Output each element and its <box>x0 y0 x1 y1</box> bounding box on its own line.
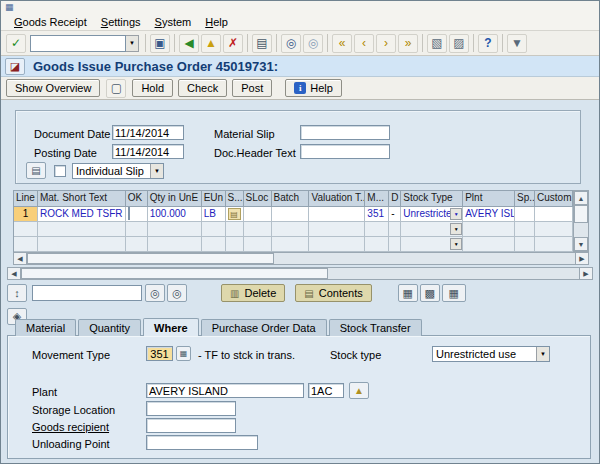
grid-export-icon[interactable]: ▩ <box>420 284 440 302</box>
plant-cell[interactable] <box>463 237 515 252</box>
valuation-type-cell[interactable] <box>309 237 365 252</box>
scroll-track[interactable] <box>27 253 575 264</box>
new-session-icon[interactable]: ▧ <box>427 34 447 53</box>
column-header-ok[interactable]: OK <box>126 191 148 207</box>
help-button[interactable]: i Help <box>285 79 342 97</box>
material-slip-input[interactable] <box>300 125 390 140</box>
contents-button[interactable]: ▤ Contents <box>295 284 371 302</box>
grid-layout-icon[interactable]: ▦ <box>442 284 466 302</box>
material-cell[interactable] <box>38 222 126 237</box>
line-number-cell[interactable]: 1 <box>14 207 38 222</box>
item-note-icon[interactable]: ▤ <box>228 208 241 220</box>
table-settings-icon[interactable]: ▦ <box>398 284 418 302</box>
d-cell[interactable]: - <box>389 207 401 222</box>
save-icon[interactable]: ▣ <box>150 34 170 53</box>
scroll-right-icon[interactable]: ▶ <box>575 253 588 264</box>
command-field[interactable] <box>30 35 126 52</box>
material-cell[interactable] <box>38 237 126 252</box>
column-header-valuation-type[interactable]: Valuation T... <box>309 191 365 207</box>
sort-filter-icon[interactable]: ↕ <box>7 284 27 302</box>
item-search-input[interactable] <box>32 285 142 301</box>
transaction-icon[interactable]: ◪ <box>5 58 25 75</box>
create-shortcut-icon[interactable]: ▨ <box>449 34 469 53</box>
tab-where[interactable]: Where <box>143 318 199 336</box>
cancel-icon[interactable]: ✗ <box>223 34 243 53</box>
movement-cell[interactable]: 351 <box>365 207 389 222</box>
s-cell[interactable]: ▤ <box>226 207 244 222</box>
back-icon[interactable]: ◀ <box>179 34 199 53</box>
plant-code-input[interactable] <box>308 383 344 398</box>
scroll-down-icon[interactable]: ▼ <box>574 237 588 251</box>
scroll-thumb[interactable] <box>574 205 588 223</box>
customer-cell[interactable] <box>535 222 573 237</box>
new-document-icon[interactable]: ▢ <box>106 79 126 98</box>
qty-cell[interactable]: 100.000 <box>148 207 202 222</box>
s-cell[interactable] <box>226 222 244 237</box>
movement-type-entries-icon[interactable]: ▦ <box>176 346 191 361</box>
menu-goods-receipt[interactable]: Goods Receipt <box>7 15 94 29</box>
unit-cell[interactable]: LB <box>202 207 226 222</box>
scroll-left-icon[interactable]: ◀ <box>8 268 21 279</box>
stock-type-select[interactable]: Unrestricted use ▼ <box>432 346 550 362</box>
column-header-customer[interactable]: Custom... <box>535 191 573 207</box>
column-header-movement[interactable]: M... <box>365 191 389 207</box>
post-button[interactable]: Post <box>232 79 272 97</box>
show-overview-button[interactable]: Show Overview <box>6 79 100 97</box>
column-header-eun[interactable]: EUn <box>202 191 226 207</box>
customer-cell[interactable] <box>535 207 573 222</box>
menu-system[interactable]: System <box>148 15 199 29</box>
unloading-point-input[interactable] <box>146 435 258 450</box>
overview-horizontal-scrollbar[interactable]: ◀ ▶ <box>7 267 593 280</box>
plant-input[interactable] <box>146 383 304 398</box>
previous-page-icon[interactable]: ‹ <box>354 34 374 53</box>
qty-cell[interactable] <box>148 222 202 237</box>
help-icon[interactable]: ? <box>478 34 498 53</box>
item-ok-checkbox[interactable] <box>128 207 130 220</box>
ok-cell[interactable] <box>126 237 148 252</box>
sp-cell[interactable] <box>515 207 535 222</box>
movement-cell[interactable] <box>365 222 389 237</box>
column-header-qty[interactable]: Qty in UnE <box>148 191 202 207</box>
ok-cell[interactable] <box>126 222 148 237</box>
plant-cell[interactable] <box>463 222 515 237</box>
d-cell[interactable] <box>389 237 401 252</box>
command-dropdown-icon[interactable]: ▼ <box>126 35 139 52</box>
find-next-icon[interactable]: ◎ <box>303 34 323 53</box>
posting-date-input[interactable] <box>112 144 184 159</box>
line-number-cell[interactable] <box>14 222 38 237</box>
column-header-line[interactable]: Line <box>14 191 38 207</box>
last-page-icon[interactable]: » <box>398 34 418 53</box>
scroll-thumb[interactable] <box>27 253 274 264</box>
stock-type-cell[interactable]: ▼ <box>401 237 463 252</box>
print-slip-checkbox[interactable] <box>54 165 66 177</box>
qty-cell[interactable] <box>148 237 202 252</box>
scroll-left-icon[interactable]: ◀ <box>14 253 27 264</box>
plant-cell[interactable]: AVERY ISLAND <box>463 207 515 222</box>
movement-type-input[interactable] <box>146 346 173 361</box>
enter-icon[interactable]: ✓ <box>6 34 26 53</box>
column-header-mat-short-text[interactable]: Mat. Short Text <box>38 191 126 207</box>
stock-type-cell[interactable]: ▼ <box>401 222 463 237</box>
tab-purchase-order-data[interactable]: Purchase Order Data <box>201 319 327 336</box>
first-page-icon[interactable]: « <box>332 34 352 53</box>
sloc-cell[interactable] <box>244 222 272 237</box>
document-date-input[interactable] <box>112 125 184 140</box>
table-vertical-scrollbar[interactable]: ▲ ▼ <box>573 190 589 252</box>
print-icon[interactable]: ▤ <box>252 34 272 53</box>
valuation-type-cell[interactable] <box>309 222 365 237</box>
print-slip-icon[interactable]: ▤ <box>26 162 46 179</box>
tab-material[interactable]: Material <box>15 319 76 336</box>
slip-type-dropdown-icon[interactable]: ▼ <box>150 164 163 178</box>
stock-type-dropdown-icon[interactable]: ▼ <box>450 208 462 220</box>
column-header-plant[interactable]: Plnt <box>463 191 515 207</box>
table-horizontal-scrollbar[interactable]: ◀ ▶ <box>13 252 589 265</box>
customize-layout-icon[interactable]: ▼ <box>507 34 527 53</box>
goods-recipient-input[interactable] <box>146 418 236 433</box>
storage-location-input[interactable] <box>146 401 236 416</box>
scroll-track[interactable] <box>21 268 579 279</box>
stock-type-cell[interactable]: Unrestricted use▼ <box>401 207 463 222</box>
unit-cell[interactable] <box>202 237 226 252</box>
menu-settings[interactable]: Settings <box>94 15 148 29</box>
menu-help[interactable]: Help <box>198 15 235 29</box>
column-header-sloc[interactable]: SLoc <box>244 191 272 207</box>
